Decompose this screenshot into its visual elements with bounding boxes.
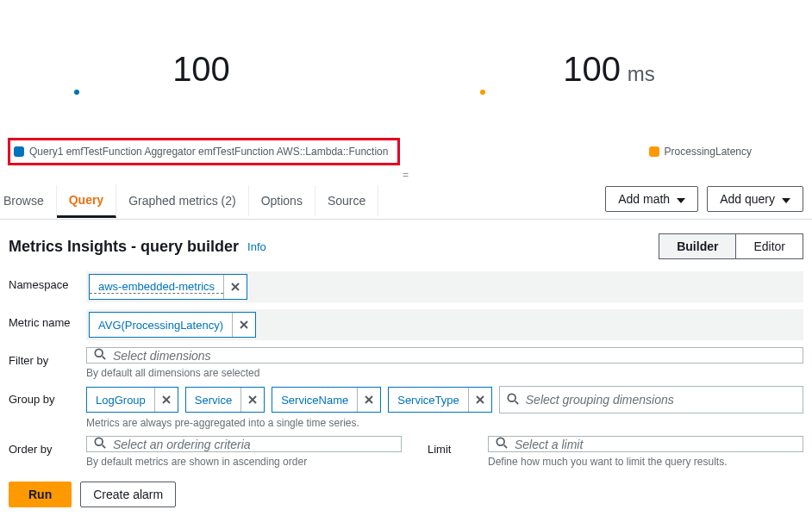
metric-unit-right: ms (628, 62, 655, 85)
limit-hint: Define how much you want to limit the qu… (488, 456, 803, 468)
metric-right: 100 ms (406, 0, 812, 138)
order-input-box[interactable] (86, 436, 402, 452)
filter-input[interactable] (113, 349, 796, 363)
chip-label: ServiceName (272, 394, 357, 407)
search-icon (496, 437, 508, 451)
chip-namespace-remove[interactable] (223, 275, 247, 299)
chip-namespace[interactable]: aws-embedded-metrics (89, 274, 247, 300)
chip-namespace-label: aws-embedded-metrics (90, 280, 223, 294)
filter-hint: By default all dimensions are selected (86, 367, 803, 379)
tab-browse[interactable]: Browse (0, 185, 57, 216)
row-metric-name: Metric name AVG(ProcessingLatency) (0, 306, 812, 344)
seg-editor[interactable]: Editor (735, 233, 803, 259)
swatch-blue (14, 146, 24, 157)
info-link[interactable]: Info (247, 240, 266, 253)
filter-input-box[interactable] (86, 347, 803, 364)
metric-value-right: 100 (563, 50, 621, 88)
chip-label: Service (186, 394, 240, 407)
limit-input[interactable] (515, 438, 796, 451)
row-order-limit: Order by By default metrics are shown in… (0, 432, 812, 471)
limit-input-box[interactable] (488, 436, 803, 452)
chip-metric-name[interactable]: AVG(ProcessingLatency) (89, 312, 256, 338)
label-group-by: Group by (9, 386, 86, 406)
caret-down-icon (782, 192, 790, 206)
chip-label: LogGroup (87, 394, 154, 407)
label-filter-by: Filter by (9, 347, 86, 367)
order-hint: By default metrics are shown in ascendin… (86, 456, 402, 468)
chip-remove[interactable] (468, 388, 491, 412)
tab-graphed-metrics[interactable]: Graphed metrics (2) (116, 185, 248, 216)
builder-editor-toggle: Builder Editor (659, 233, 803, 259)
tab-options[interactable]: Options (249, 185, 315, 216)
chip-group-servicename[interactable]: ServiceName (272, 387, 381, 413)
label-limit: Limit (428, 436, 462, 468)
resize-handle[interactable]: = (0, 165, 812, 183)
tabs-bar: Browse Query Graphed metrics (2) Options… (0, 183, 812, 220)
svg-point-14 (508, 394, 515, 401)
svg-line-15 (515, 401, 518, 404)
close-icon (476, 395, 484, 404)
legend-left-highlight: Query1 emfTestFunction Aggregator emfTes… (8, 138, 400, 165)
footer-actions: Run Create alarm (0, 471, 812, 518)
create-alarm-button[interactable]: Create alarm (80, 482, 176, 507)
chip-metric-label: AVG(ProcessingLatency) (90, 319, 232, 332)
label-metric-name: Metric name (9, 309, 86, 329)
chip-remove[interactable] (240, 388, 264, 412)
label-order-by: Order by (9, 436, 86, 456)
tab-source[interactable]: Source (315, 185, 378, 216)
builder-title: Metrics Insights - query builder (9, 238, 239, 256)
group-hint: Metrics are always pre-aggregated into a… (86, 417, 803, 429)
chip-label: ServiceType (389, 394, 468, 407)
add-math-button[interactable]: Add math (605, 186, 698, 212)
seg-builder[interactable]: Builder (659, 233, 735, 259)
close-icon (231, 283, 240, 291)
svg-point-16 (95, 438, 103, 445)
add-query-label: Add query (720, 192, 775, 206)
run-button[interactable]: Run (9, 482, 72, 507)
legend-row: Query1 emfTestFunction Aggregator emfTes… (0, 138, 812, 165)
svg-line-17 (103, 445, 106, 449)
chip-remove[interactable] (357, 388, 380, 412)
add-math-label: Add math (618, 192, 670, 206)
metrics-panel: 100 100 ms (0, 0, 812, 138)
svg-line-19 (504, 445, 508, 449)
row-filter-by: Filter by By default all dimensions are … (0, 344, 812, 382)
search-icon (94, 348, 106, 363)
add-query-button[interactable]: Add query (707, 186, 803, 212)
tab-query[interactable]: Query (57, 184, 116, 218)
close-icon (162, 395, 171, 404)
legend-left-text[interactable]: Query1 emfTestFunction Aggregator emfTes… (29, 146, 388, 158)
row-namespace: Namespace aws-embedded-metrics (0, 268, 812, 306)
chip-group-service[interactable]: Service (185, 387, 265, 413)
close-icon (248, 395, 257, 404)
svg-line-5 (103, 357, 106, 360)
label-namespace: Namespace (9, 271, 86, 291)
series-dot-blue (74, 90, 79, 95)
group-input-box[interactable] (499, 386, 803, 413)
chip-remove[interactable] (154, 388, 178, 412)
legend-right-text[interactable]: ProcessingLatency (665, 146, 752, 158)
metric-value-left: 100 (172, 50, 230, 88)
close-icon (240, 320, 248, 329)
row-group-by: Group by LogGroup Service ServiceName Se… (0, 382, 812, 432)
series-dot-orange (480, 90, 485, 95)
svg-point-18 (497, 438, 504, 445)
search-icon (507, 393, 519, 407)
swatch-orange (649, 146, 659, 157)
chip-group-loggroup[interactable]: LogGroup (86, 387, 178, 413)
builder-header: Metrics Insights - query builder Info Bu… (0, 220, 812, 268)
chip-group-servicetype[interactable]: ServiceType (388, 387, 492, 413)
close-icon (365, 395, 373, 404)
legend-right: ProcessingLatency (649, 146, 752, 158)
search-icon (94, 437, 106, 451)
chip-metric-remove[interactable] (232, 313, 255, 337)
order-input[interactable] (113, 438, 394, 451)
group-input[interactable] (526, 393, 796, 407)
svg-point-4 (95, 349, 103, 357)
caret-down-icon (677, 192, 685, 206)
metric-left: 100 (0, 0, 406, 138)
